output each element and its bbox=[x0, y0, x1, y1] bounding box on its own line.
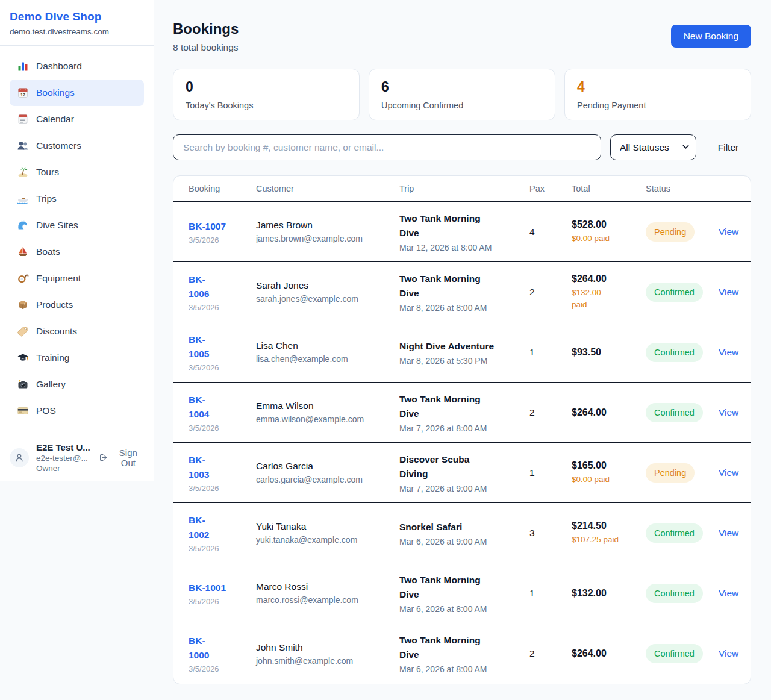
user-name: E2E Test U... bbox=[36, 442, 92, 452]
customer-email: marco.rossi@example.com bbox=[256, 595, 393, 605]
booking-date: 3/5/2026 bbox=[189, 236, 250, 245]
total-amount: $165.00 bbox=[572, 460, 640, 471]
sidebar-item-equipment[interactable]: Equipment bbox=[10, 265, 144, 292]
credit-card-icon bbox=[17, 405, 29, 417]
sidebar-item-dashboard[interactable]: Dashboard bbox=[10, 53, 144, 80]
pax-count: 3 bbox=[529, 528, 572, 539]
stat-value: 0 bbox=[186, 79, 347, 95]
view-booking-link[interactable]: View bbox=[719, 648, 738, 658]
sidebar-item-tours[interactable]: Tours bbox=[10, 159, 144, 186]
pax-count: 4 bbox=[529, 227, 572, 237]
pax-count: 2 bbox=[529, 407, 572, 418]
page-title: Bookings bbox=[173, 21, 239, 37]
table-row: BK- 1000 3/5/2026 John Smith john.smith@… bbox=[173, 623, 751, 684]
new-booking-button[interactable]: New Booking bbox=[671, 25, 751, 48]
pax-count: 2 bbox=[529, 287, 572, 298]
table-row: BK- 1002 3/5/2026 Yuki Tanaka yuki.tanak… bbox=[173, 503, 751, 563]
status-badge: Confirmed bbox=[646, 343, 703, 362]
status-badge: Pending bbox=[646, 222, 695, 242]
table-row: BK-1007 3/5/2026 James Brown james.brown… bbox=[173, 202, 751, 262]
graduation-cap-icon bbox=[17, 352, 29, 364]
view-booking-link[interactable]: View bbox=[719, 528, 738, 538]
col-header-booking: Booking bbox=[189, 184, 256, 193]
sign-out-button[interactable]: Sign Out bbox=[99, 448, 144, 468]
booking-id-link[interactable]: BK- 1003 bbox=[189, 453, 209, 482]
booking-id-link[interactable]: BK- 1002 bbox=[189, 513, 209, 542]
booking-id-link[interactable]: BK-1007 bbox=[189, 219, 226, 234]
avatar bbox=[10, 448, 29, 467]
trip-datetime: Mar 7, 2026 at 8:00 AM bbox=[399, 423, 523, 433]
customer-email: john.smith@example.com bbox=[256, 656, 393, 666]
total-amount: $264.00 bbox=[572, 407, 640, 418]
camera-flash-icon bbox=[17, 378, 29, 390]
sidebar-item-dive-sites[interactable]: Dive Sites bbox=[10, 212, 144, 239]
sidebar-item-products[interactable]: Products bbox=[10, 292, 144, 318]
filter-row: All Statuses Filter bbox=[173, 134, 751, 160]
trip-datetime: Mar 8, 2026 at 8:00 AM bbox=[399, 303, 523, 313]
sidebar-item-gallery[interactable]: Gallery bbox=[10, 371, 144, 398]
sidebar-item-bookings[interactable]: 17 Bookings bbox=[10, 80, 144, 106]
sidebar-item-boats[interactable]: Boats bbox=[10, 239, 144, 265]
trip-name: Two Tank Morning Dive bbox=[399, 211, 523, 240]
pax-count: 1 bbox=[529, 588, 572, 599]
stat-card: 6 Upcoming Confirmed bbox=[369, 69, 555, 120]
view-booking-link[interactable]: View bbox=[719, 588, 738, 598]
view-booking-link[interactable]: View bbox=[719, 227, 738, 237]
sidebar-item-label: Calendar bbox=[36, 114, 74, 125]
sidebar-item-calendar[interactable]: Calendar bbox=[10, 106, 144, 133]
sidebar-item-label: Tours bbox=[36, 167, 59, 178]
stat-label: Today's Bookings bbox=[186, 101, 347, 110]
sidebar-item-label: Dashboard bbox=[36, 61, 82, 72]
bookings-table: Booking Customer Trip Pax Total Status B… bbox=[173, 175, 751, 684]
sidebar-item-discounts[interactable]: Discounts bbox=[10, 318, 144, 345]
table-row: BK- 1003 3/5/2026 Carlos Garcia carlos.g… bbox=[173, 443, 751, 503]
brand-domain: demo.test.divestreams.com bbox=[10, 27, 144, 36]
booking-id-link[interactable]: BK- 1005 bbox=[189, 333, 209, 361]
sidebar-item-trips[interactable]: Trips bbox=[10, 186, 144, 212]
table-row: BK- 1005 3/5/2026 Lisa Chen lisa.chen@ex… bbox=[173, 322, 751, 383]
view-booking-link[interactable]: View bbox=[719, 467, 738, 478]
user-meta: E2E Test U... e2e-tester@... Owner bbox=[36, 442, 92, 473]
sidebar-nav: Dashboard 17 Bookings Calendar Customers… bbox=[0, 46, 154, 434]
booking-id-link[interactable]: BK- 1006 bbox=[189, 272, 209, 301]
filter-button[interactable]: Filter bbox=[705, 142, 751, 153]
booking-date: 3/5/2026 bbox=[189, 597, 250, 606]
col-header-customer: Customer bbox=[256, 184, 399, 193]
trip-datetime: Mar 7, 2026 at 9:00 AM bbox=[399, 484, 523, 493]
user-block: E2E Test U... e2e-tester@... Owner Sign … bbox=[0, 434, 154, 481]
total-amount: $93.50 bbox=[572, 347, 640, 358]
trip-name: Two Tank Morning Dive bbox=[399, 272, 523, 301]
sidebar-item-label: Boats bbox=[36, 246, 60, 257]
sidebar-item-customers[interactable]: Customers bbox=[10, 133, 144, 159]
diving-mask-icon bbox=[17, 272, 29, 284]
table-row: BK- 1006 3/5/2026 Sarah Jones sarah.jone… bbox=[173, 262, 751, 322]
sidebar: Demo Dive Shop demo.test.divestreams.com… bbox=[0, 0, 154, 481]
status-filter-select[interactable]: All Statuses bbox=[610, 134, 696, 160]
view-booking-link[interactable]: View bbox=[719, 347, 738, 357]
trip-datetime: Mar 8, 2026 at 5:30 PM bbox=[399, 356, 523, 366]
view-booking-link[interactable]: View bbox=[719, 287, 738, 297]
booking-id-link[interactable]: BK- 1004 bbox=[189, 393, 209, 422]
booking-id-link[interactable]: BK-1001 bbox=[189, 581, 226, 595]
total-amount: $132.00 bbox=[572, 588, 640, 599]
trip-name: Two Tank Morning Dive bbox=[399, 573, 523, 602]
view-booking-link[interactable]: View bbox=[719, 407, 738, 417]
sidebar-item-label: Gallery bbox=[36, 379, 66, 390]
sidebar-item-label: Equipment bbox=[36, 273, 81, 284]
total-amount: $264.00 bbox=[572, 648, 640, 659]
stat-label: Upcoming Confirmed bbox=[381, 101, 543, 110]
main-content: Bookings 8 total bookings New Booking 0 … bbox=[154, 0, 771, 684]
trip-name: Two Tank Morning Dive bbox=[399, 392, 523, 421]
stats-row: 0 Today's Bookings 6 Upcoming Confirmed … bbox=[173, 69, 751, 120]
two-users-icon bbox=[17, 140, 29, 152]
customer-email: yuki.tanaka@example.com bbox=[256, 535, 393, 545]
booking-id-link[interactable]: BK- 1000 bbox=[189, 634, 209, 663]
status-badge: Confirmed bbox=[646, 283, 703, 302]
customer-name: John Smith bbox=[256, 642, 393, 653]
user-email: e2e-tester@... bbox=[36, 454, 92, 463]
sidebar-item-training[interactable]: Training bbox=[10, 345, 144, 371]
stat-card: 4 Pending Payment bbox=[564, 69, 751, 120]
sidebar-item-pos[interactable]: POS bbox=[10, 398, 144, 424]
trip-datetime: Mar 6, 2026 at 8:00 AM bbox=[399, 664, 523, 674]
search-input[interactable] bbox=[173, 134, 601, 160]
